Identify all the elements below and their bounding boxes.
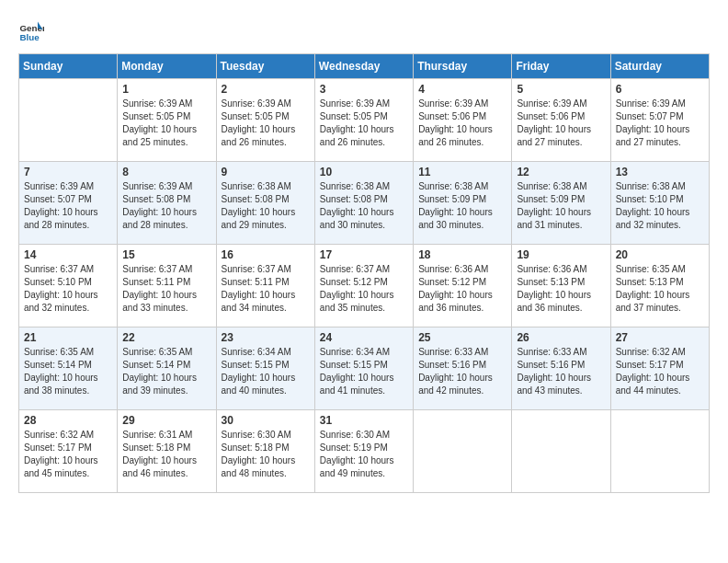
- day-info: Sunrise: 6:30 AMSunset: 5:18 PMDaylight:…: [222, 429, 310, 480]
- day-info: Sunrise: 6:35 AMSunset: 5:14 PMDaylight:…: [122, 346, 210, 397]
- calendar-cell: 12Sunrise: 6:38 AMSunset: 5:09 PMDayligh…: [512, 162, 610, 245]
- day-number: 18: [418, 248, 506, 261]
- calendar-cell: 16Sunrise: 6:37 AMSunset: 5:11 PMDayligh…: [216, 245, 314, 327]
- day-info: Sunrise: 6:39 AMSunset: 5:05 PMDaylight:…: [320, 98, 408, 149]
- calendar-cell: 1Sunrise: 6:39 AMSunset: 5:05 PMDaylight…: [118, 79, 216, 162]
- day-info: Sunrise: 6:39 AMSunset: 5:05 PMDaylight:…: [222, 98, 310, 149]
- day-info: Sunrise: 6:39 AMSunset: 5:08 PMDaylight:…: [122, 180, 210, 232]
- day-info: Sunrise: 6:35 AMSunset: 5:14 PMDaylight:…: [24, 346, 112, 397]
- day-info: Sunrise: 6:37 AMSunset: 5:10 PMDaylight:…: [24, 263, 112, 315]
- calendar-cell: 4Sunrise: 6:39 AMSunset: 5:06 PMDaylight…: [414, 79, 512, 162]
- day-number: 24: [320, 331, 408, 344]
- calendar-cell: 30Sunrise: 6:30 AMSunset: 5:18 PMDayligh…: [216, 410, 314, 493]
- day-number: 12: [517, 166, 605, 178]
- calendar-cell: 9Sunrise: 6:38 AMSunset: 5:08 PMDaylight…: [216, 162, 314, 245]
- column-header-tuesday: Tuesday: [216, 54, 314, 79]
- day-info: Sunrise: 6:38 AMSunset: 5:08 PMDaylight:…: [222, 180, 310, 232]
- calendar-cell: 10Sunrise: 6:38 AMSunset: 5:08 PMDayligh…: [314, 162, 413, 245]
- calendar-cell: 18Sunrise: 6:36 AMSunset: 5:12 PMDayligh…: [414, 245, 512, 327]
- calendar-cell: 21Sunrise: 6:35 AMSunset: 5:14 PMDayligh…: [19, 327, 118, 410]
- day-number: 6: [616, 83, 704, 96]
- day-info: Sunrise: 6:33 AMSunset: 5:16 PMDaylight:…: [517, 346, 605, 397]
- day-number: 9: [222, 166, 310, 178]
- page-header: General Blue: [18, 18, 710, 44]
- calendar-cell: 27Sunrise: 6:32 AMSunset: 5:17 PMDayligh…: [610, 327, 709, 410]
- calendar-cell: 23Sunrise: 6:34 AMSunset: 5:15 PMDayligh…: [216, 327, 314, 410]
- day-number: 11: [418, 166, 506, 178]
- day-info: Sunrise: 6:36 AMSunset: 5:13 PMDaylight:…: [517, 263, 605, 315]
- week-row: 1Sunrise: 6:39 AMSunset: 5:05 PMDaylight…: [19, 79, 710, 162]
- day-number: 30: [222, 414, 310, 427]
- day-number: 4: [418, 83, 506, 96]
- week-row: 14Sunrise: 6:37 AMSunset: 5:10 PMDayligh…: [19, 245, 710, 327]
- calendar-cell: [512, 410, 610, 493]
- calendar-cell: 11Sunrise: 6:38 AMSunset: 5:09 PMDayligh…: [414, 162, 512, 245]
- calendar-cell: [19, 79, 118, 162]
- day-number: 26: [517, 331, 605, 344]
- day-number: 25: [418, 331, 506, 344]
- week-row: 21Sunrise: 6:35 AMSunset: 5:14 PMDayligh…: [19, 327, 710, 410]
- day-number: 3: [320, 83, 408, 96]
- calendar-cell: 7Sunrise: 6:39 AMSunset: 5:07 PMDaylight…: [19, 162, 118, 245]
- svg-text:Blue: Blue: [19, 32, 40, 42]
- calendar-cell: 25Sunrise: 6:33 AMSunset: 5:16 PMDayligh…: [414, 327, 512, 410]
- column-header-saturday: Saturday: [610, 54, 709, 79]
- day-number: 22: [122, 331, 210, 344]
- day-info: Sunrise: 6:38 AMSunset: 5:10 PMDaylight:…: [616, 180, 704, 232]
- day-number: 27: [616, 331, 704, 344]
- calendar-table: SundayMondayTuesdayWednesdayThursdayFrid…: [18, 53, 710, 493]
- week-row: 7Sunrise: 6:39 AMSunset: 5:07 PMDaylight…: [19, 162, 710, 245]
- calendar-cell: 24Sunrise: 6:34 AMSunset: 5:15 PMDayligh…: [314, 327, 413, 410]
- calendar-cell: 5Sunrise: 6:39 AMSunset: 5:06 PMDaylight…: [512, 79, 610, 162]
- day-info: Sunrise: 6:37 AMSunset: 5:11 PMDaylight:…: [122, 263, 210, 315]
- day-info: Sunrise: 6:37 AMSunset: 5:12 PMDaylight:…: [320, 263, 408, 315]
- column-header-friday: Friday: [512, 54, 610, 79]
- day-info: Sunrise: 6:34 AMSunset: 5:15 PMDaylight:…: [320, 346, 408, 397]
- day-number: 8: [122, 166, 210, 178]
- day-info: Sunrise: 6:39 AMSunset: 5:05 PMDaylight:…: [122, 98, 210, 149]
- day-info: Sunrise: 6:39 AMSunset: 5:07 PMDaylight:…: [24, 180, 112, 232]
- day-info: Sunrise: 6:38 AMSunset: 5:08 PMDaylight:…: [320, 180, 408, 232]
- day-number: 31: [320, 414, 408, 427]
- calendar-header-row: SundayMondayTuesdayWednesdayThursdayFrid…: [19, 54, 710, 79]
- day-info: Sunrise: 6:32 AMSunset: 5:17 PMDaylight:…: [24, 429, 112, 480]
- calendar-cell: 22Sunrise: 6:35 AMSunset: 5:14 PMDayligh…: [118, 327, 216, 410]
- day-number: 10: [320, 166, 408, 178]
- logo-icon: General Blue: [18, 18, 44, 44]
- day-number: 15: [122, 248, 210, 261]
- calendar-cell: 17Sunrise: 6:37 AMSunset: 5:12 PMDayligh…: [314, 245, 413, 327]
- week-row: 28Sunrise: 6:32 AMSunset: 5:17 PMDayligh…: [19, 410, 710, 493]
- day-info: Sunrise: 6:33 AMSunset: 5:16 PMDaylight:…: [418, 346, 506, 397]
- calendar-cell: 19Sunrise: 6:36 AMSunset: 5:13 PMDayligh…: [512, 245, 610, 327]
- day-info: Sunrise: 6:31 AMSunset: 5:18 PMDaylight:…: [122, 429, 210, 480]
- day-number: 2: [222, 83, 310, 96]
- day-info: Sunrise: 6:32 AMSunset: 5:17 PMDaylight:…: [616, 346, 704, 397]
- day-number: 20: [616, 248, 704, 261]
- day-number: 7: [24, 166, 112, 178]
- calendar-cell: 20Sunrise: 6:35 AMSunset: 5:13 PMDayligh…: [610, 245, 709, 327]
- day-number: 23: [222, 331, 310, 344]
- day-info: Sunrise: 6:39 AMSunset: 5:07 PMDaylight:…: [616, 98, 704, 149]
- day-number: 14: [24, 248, 112, 261]
- calendar-cell: 15Sunrise: 6:37 AMSunset: 5:11 PMDayligh…: [118, 245, 216, 327]
- calendar-cell: 29Sunrise: 6:31 AMSunset: 5:18 PMDayligh…: [118, 410, 216, 493]
- calendar-cell: 6Sunrise: 6:39 AMSunset: 5:07 PMDaylight…: [610, 79, 709, 162]
- day-number: 29: [122, 414, 210, 427]
- day-info: Sunrise: 6:30 AMSunset: 5:19 PMDaylight:…: [320, 429, 408, 480]
- column-header-thursday: Thursday: [414, 54, 512, 79]
- day-info: Sunrise: 6:38 AMSunset: 5:09 PMDaylight:…: [418, 180, 506, 232]
- column-header-wednesday: Wednesday: [314, 54, 413, 79]
- column-header-monday: Monday: [118, 54, 216, 79]
- logo: General Blue: [18, 18, 48, 44]
- column-header-sunday: Sunday: [19, 54, 118, 79]
- day-number: 21: [24, 331, 112, 344]
- calendar-cell: 31Sunrise: 6:30 AMSunset: 5:19 PMDayligh…: [314, 410, 413, 493]
- day-number: 1: [122, 83, 210, 96]
- day-number: 13: [616, 166, 704, 178]
- calendar-cell: [610, 410, 709, 493]
- day-info: Sunrise: 6:36 AMSunset: 5:12 PMDaylight:…: [418, 263, 506, 315]
- day-info: Sunrise: 6:39 AMSunset: 5:06 PMDaylight:…: [517, 98, 605, 149]
- day-info: Sunrise: 6:39 AMSunset: 5:06 PMDaylight:…: [418, 98, 506, 149]
- day-info: Sunrise: 6:35 AMSunset: 5:13 PMDaylight:…: [616, 263, 704, 315]
- calendar-cell: [414, 410, 512, 493]
